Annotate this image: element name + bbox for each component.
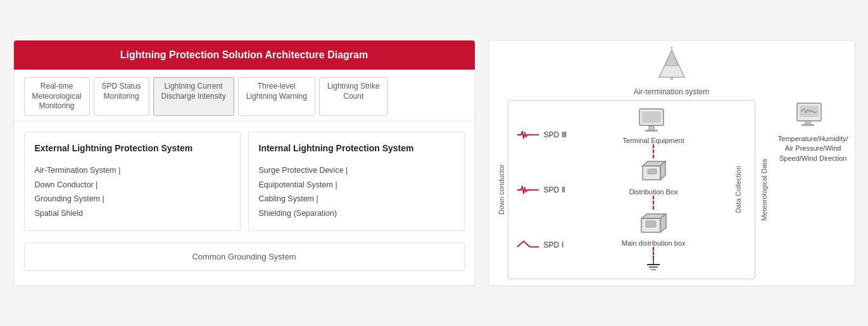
spd-iii-icon <box>516 128 540 142</box>
svg-rect-11 <box>645 130 658 132</box>
spd-i-item: SPD Ⅰ <box>516 238 564 252</box>
dashed-line-1 <box>653 144 654 158</box>
svg-marker-1 <box>665 50 678 66</box>
spd-ii-icon <box>516 183 540 197</box>
main-dist-box-item: Main distribution box <box>622 210 686 247</box>
air-termination-icon <box>653 47 691 85</box>
dashed-line-2 <box>653 196 654 210</box>
terminal-label: Terminal Equipment <box>623 137 684 144</box>
terminal-icon <box>636 107 670 135</box>
ground-symbol <box>645 260 662 272</box>
systems-row: External Lightning Protection System Air… <box>14 122 475 237</box>
svg-rect-10 <box>649 126 654 130</box>
svg-point-4 <box>670 77 673 80</box>
dist-box-label: Distribution Box <box>629 188 678 196</box>
spd-column: SPD Ⅲ SPD Ⅱ <box>516 107 573 272</box>
dist-box-icon <box>636 158 670 186</box>
data-collection-section: Data Collection <box>734 107 747 272</box>
meteorological-label: Meteorological Data <box>760 159 768 221</box>
tab-strike-count[interactable]: Lightning StrikeCount <box>319 77 388 116</box>
main-dist-icon <box>636 210 670 237</box>
external-system-items: Air-Termination System |Down Conductor |… <box>35 163 230 220</box>
svg-rect-26 <box>805 121 810 124</box>
svg-rect-27 <box>802 124 814 126</box>
right-panel: Air-termination system Down conductor SP… <box>488 40 855 286</box>
diagram-area: Down conductor SPD Ⅲ <box>495 100 848 279</box>
meteo-device-icon <box>794 100 832 132</box>
svg-rect-15 <box>648 169 657 174</box>
terminal-equipment-item: Terminal Equipment <box>623 107 684 144</box>
spd-i-icon <box>516 238 540 252</box>
air-term-label: Air-termination system <box>634 87 709 96</box>
meteorological-label-section: Meteorological Data <box>757 100 772 279</box>
external-system-title: External Lightning Protection System <box>35 142 230 155</box>
page-wrapper: Lightning Protection Solution Architectu… <box>13 40 855 286</box>
tab-three-level[interactable]: Three-levelLightning Warning <box>238 77 315 116</box>
internal-system-box: Internal Lightning Protection System Sur… <box>248 132 465 232</box>
tab-realtime[interactable]: Real-timeMeteorologicalMonitoring <box>24 77 90 116</box>
spd-iii-item: SPD Ⅲ <box>516 128 567 142</box>
svg-rect-9 <box>642 111 661 123</box>
center-column: Terminal Equipment Distrib <box>573 107 734 272</box>
dist-box-item: Distribution Box <box>629 158 678 196</box>
data-collection-label: Data Collection <box>734 166 747 213</box>
external-system-box: External Lightning Protection System Air… <box>24 132 241 232</box>
common-grounding: Common Grounding System <box>24 242 465 271</box>
spd-iii-label: SPD Ⅲ <box>544 130 567 139</box>
spd-i-label: SPD Ⅰ <box>544 241 564 249</box>
dashed-line-3 <box>653 247 654 260</box>
tab-lightning-current[interactable]: Lightning CurrentDischarge Intensity <box>153 77 234 116</box>
tab-spd[interactable]: SPD StatusMonitoring <box>94 77 149 116</box>
main-dist-label: Main distribution box <box>622 239 686 247</box>
meteo-device-label: Temperature/Humidity/Air Pressure/WindSp… <box>778 134 848 163</box>
internal-system-title: Internal Lightning Protection System <box>259 142 454 155</box>
spd-ii-item: SPD Ⅱ <box>516 183 565 197</box>
meteo-section: Temperature/Humidity/Air Pressure/WindSp… <box>778 100 848 279</box>
main-diagram-box: SPD Ⅲ SPD Ⅱ <box>508 100 755 279</box>
diagram-title: Lightning Protection Solution Architectu… <box>14 41 475 70</box>
spd-ii-label: SPD Ⅱ <box>544 185 565 194</box>
left-panel: Lightning Protection Solution Architectu… <box>13 40 475 286</box>
svg-rect-19 <box>646 221 656 227</box>
tabs-row: Real-timeMeteorologicalMonitoring SPD St… <box>14 70 475 122</box>
air-termination-section: Air-termination system <box>634 47 709 96</box>
down-conductor-label: Down conductor <box>495 100 508 279</box>
internal-system-items: Surge Protective Device |Equipotential S… <box>259 163 454 220</box>
